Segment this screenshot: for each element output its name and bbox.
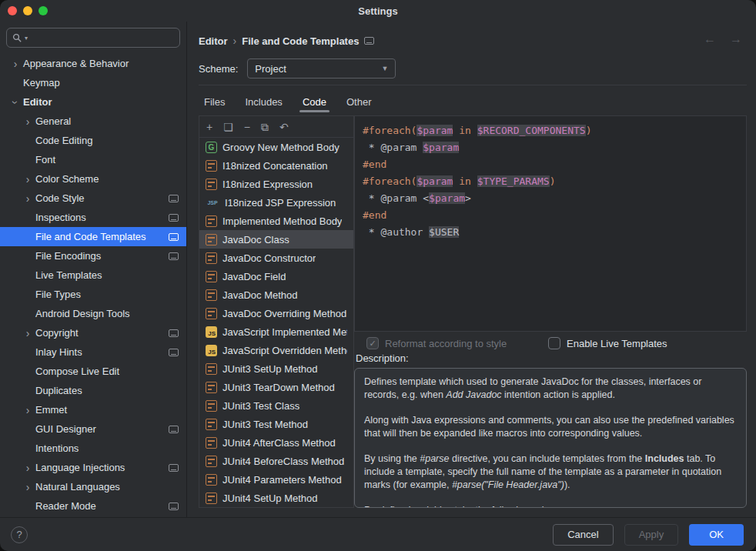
remove-template-icon[interactable]: − — [244, 122, 250, 132]
code-line: #foreach($param in $TYPE_PARAMS) — [363, 173, 738, 190]
template-item-i18nized-jsp-expression[interactable]: JSPI18nized JSP Expression — [199, 193, 353, 212]
template-item-label: JavaScript Implemented Method — [222, 326, 347, 338]
help-button[interactable]: ? — [11, 526, 28, 543]
settings-search-input[interactable] — [30, 32, 174, 45]
breadcrumb-editor[interactable]: Editor — [199, 35, 228, 47]
template-item-junit3-teardown-method[interactable]: JUnit3 TearDown Method — [199, 378, 353, 396]
sidebar-item-gui-designer[interactable]: GUI Designer — [0, 419, 186, 439]
sidebar-item-label: Keymap — [23, 77, 60, 88]
sidebar-item-reader-mode[interactable]: Reader Mode — [0, 496, 186, 516]
tab-other[interactable]: Other — [336, 91, 382, 112]
sidebar-item-general[interactable]: ›General — [0, 112, 186, 131]
sidebar-item-label: Font — [35, 154, 55, 165]
chevron-right-icon[interactable]: › — [22, 193, 34, 204]
sidebar-item-code-style[interactable]: ›Code Style — [0, 189, 186, 208]
zoom-window-button[interactable] — [38, 6, 48, 15]
chevron-right-icon[interactable]: › — [22, 482, 34, 493]
sidebar-item-label: Compose Live Edit — [35, 366, 119, 377]
sidebar-item-android-design-tools[interactable]: Android Design Tools — [0, 304, 186, 323]
sidebar-item-label: Copyright — [35, 327, 79, 339]
sidebar-item-inspections[interactable]: Inspections — [0, 208, 186, 227]
template-item-javascript-implemented-method[interactable]: JSJavaScript Implemented Method — [199, 322, 353, 341]
settings-content: Editor › File and Code Templates ← → Sch… — [188, 22, 756, 517]
sidebar-item-label: Appearance & Behavior — [23, 58, 129, 69]
sidebar-item-intentions[interactable]: Intentions — [0, 439, 186, 458]
add-template-icon[interactable]: + — [206, 122, 212, 132]
back-arrow-icon[interactable]: ← — [704, 32, 716, 46]
tab-files[interactable]: Files — [194, 91, 235, 112]
template-item-junit4-afterclass-method[interactable]: JUnit4 AfterClass Method — [199, 433, 353, 452]
chevron-right-icon[interactable]: › — [9, 58, 22, 69]
scheme-select[interactable]: Project ▼ — [247, 58, 396, 78]
scheme-label: Scheme: — [199, 63, 238, 75]
sidebar-item-natural-languages[interactable]: ›Natural Languages — [0, 477, 186, 496]
sidebar-item-label: Emmet — [35, 404, 67, 416]
cancel-button[interactable]: Cancel — [553, 524, 613, 546]
tab-code[interactable]: Code — [293, 91, 336, 112]
sidebar-item-duplicates[interactable]: Duplicates — [0, 381, 186, 400]
reset-to-default-icon[interactable]: ↶ — [279, 122, 289, 132]
sidebar-item-label: GUI Designer — [35, 423, 96, 435]
sidebar-item-language-injections[interactable]: ›Language Injections — [0, 458, 186, 477]
template-list: GGroovy New Method BodyI18nized Concaten… — [199, 138, 353, 508]
sidebar-item-label: Language Injections — [35, 462, 125, 473]
chevron-right-icon[interactable]: › — [22, 405, 34, 416]
new-child-template-icon[interactable]: ❏ — [223, 122, 233, 132]
settings-scope-icon — [169, 426, 179, 433]
close-window-button[interactable] — [8, 6, 17, 15]
minimize-window-button[interactable] — [23, 6, 32, 15]
template-item-javadoc-field[interactable]: JavaDoc Field — [199, 267, 353, 286]
template-item-i18nized-concatenation[interactable]: I18nized Concatenation — [199, 156, 353, 175]
template-item-javadoc-class[interactable]: JavaDoc Class — [199, 230, 353, 249]
reformat-checkbox: ✓ — [366, 337, 379, 349]
sidebar-item-code-editing[interactable]: Code Editing — [0, 131, 186, 150]
chevron-right-icon[interactable]: › — [22, 328, 34, 339]
copy-template-icon[interactable]: ⧉ — [261, 122, 269, 132]
template-item-javascript-overridden-method[interactable]: JSJavaScript Overridden Method — [199, 341, 353, 359]
sidebar-item-editor[interactable]: ›Editor — [0, 92, 186, 112]
sidebar-item-inlay-hints[interactable]: Inlay Hints — [0, 342, 186, 362]
description-box[interactable]: Defines template which used to generate … — [354, 368, 747, 508]
sidebar-item-file-and-code-templates[interactable]: File and Code Templates — [0, 227, 186, 246]
search-box[interactable]: ▾ — [6, 28, 180, 48]
template-item-javadoc-constructor[interactable]: JavaDoc Constructor — [199, 249, 353, 267]
template-icon — [206, 289, 217, 301]
template-item-label: JUnit3 TearDown Method — [222, 382, 335, 393]
enable-live-templates-checkbox[interactable] — [548, 337, 560, 349]
template-item-junit4-parameters-method[interactable]: JUnit4 Parameters Method — [199, 470, 353, 489]
chevron-right-icon[interactable]: › — [22, 116, 34, 127]
template-item-groovy-new-method-body[interactable]: GGroovy New Method Body — [199, 138, 353, 156]
template-item-javadoc-method[interactable]: JavaDoc Method — [199, 286, 353, 304]
sidebar-item-font[interactable]: Font — [0, 150, 186, 169]
sidebar-item-file-encodings[interactable]: File Encodings — [0, 246, 186, 265]
tab-includes[interactable]: Includes — [235, 91, 292, 112]
template-item-label: Groovy New Method Body — [222, 142, 340, 153]
sidebar-item-file-types[interactable]: File Types — [0, 285, 186, 304]
template-item-junit4-beforeclass-method[interactable]: JUnit4 BeforeClass Method — [199, 452, 353, 470]
chevron-right-icon[interactable]: › — [22, 174, 34, 185]
sidebar-item-live-templates[interactable]: Live Templates — [0, 265, 186, 285]
template-item-javadoc-overriding-method[interactable]: JavaDoc Overriding Method — [199, 304, 353, 322]
sidebar-item-compose-live-edit[interactable]: Compose Live Edit — [0, 362, 186, 381]
ok-button[interactable]: OK — [689, 524, 744, 546]
template-item-junit3-test-method[interactable]: JUnit3 Test Method — [199, 415, 353, 433]
sidebar-item-keymap[interactable]: Keymap — [0, 73, 186, 92]
forward-arrow-icon[interactable]: → — [730, 32, 742, 46]
template-item-implemented-method-body[interactable]: Implemented Method Body — [199, 212, 353, 230]
code-line: * @param $param — [363, 139, 738, 156]
template-code-editor[interactable]: #foreach($param in $RECORD_COMPONENTS) *… — [354, 115, 747, 332]
sidebar-item-copyright[interactable]: ›Copyright — [0, 323, 186, 342]
sidebar-item-appearance-behavior[interactable]: ›Appearance & Behavior — [0, 54, 186, 73]
template-item-junit3-test-class[interactable]: JUnit3 Test Class — [199, 396, 353, 415]
template-item-i18nized-expression[interactable]: I18nized Expression — [199, 175, 353, 193]
sidebar-item-emmet[interactable]: ›Emmet — [0, 400, 186, 419]
sidebar-item-label: Code Style — [35, 192, 85, 204]
chevron-down-icon[interactable]: › — [10, 96, 21, 109]
template-icon — [206, 308, 217, 319]
template-item-junit3-setup-method[interactable]: JUnit3 SetUp Method — [199, 359, 353, 378]
chevron-right-icon[interactable]: › — [22, 463, 34, 473]
template-item-junit4-setup-method[interactable]: JUnit4 SetUp Method — [199, 489, 353, 507]
template-icon — [206, 456, 217, 467]
sidebar-item-color-scheme[interactable]: ›Color Scheme — [0, 169, 186, 189]
sidebar-item-label: Color Scheme — [35, 173, 99, 185]
